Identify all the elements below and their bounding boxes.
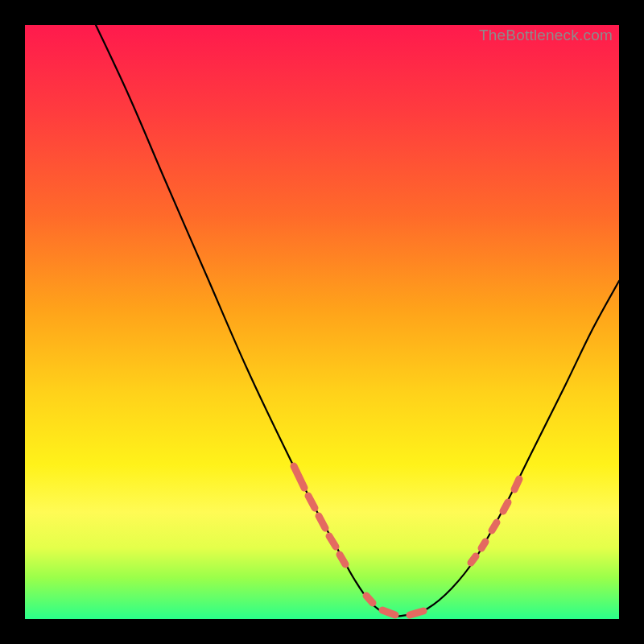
gradient-plot-area: TheBottleneck.com	[25, 25, 619, 619]
chart-frame: TheBottleneck.com	[14, 14, 630, 630]
curve-svg	[25, 25, 619, 619]
dash-group-right	[471, 479, 519, 563]
dash-segment	[366, 596, 373, 603]
dash-segment	[471, 556, 476, 563]
dash-segment	[410, 611, 423, 615]
dash-segment	[514, 479, 519, 489]
bottleneck-curve	[96, 25, 619, 617]
dash-segment	[382, 610, 395, 615]
dash-segment	[340, 555, 345, 564]
dash-segment	[503, 502, 508, 511]
dash-segment	[492, 522, 497, 530]
dash-group-bottom	[366, 596, 423, 615]
dash-group-left	[294, 466, 345, 564]
dash-segment	[294, 466, 304, 488]
dash-segment	[319, 516, 325, 528]
dash-segment	[481, 542, 485, 548]
dash-segment	[329, 536, 336, 547]
dash-segment	[308, 496, 315, 508]
